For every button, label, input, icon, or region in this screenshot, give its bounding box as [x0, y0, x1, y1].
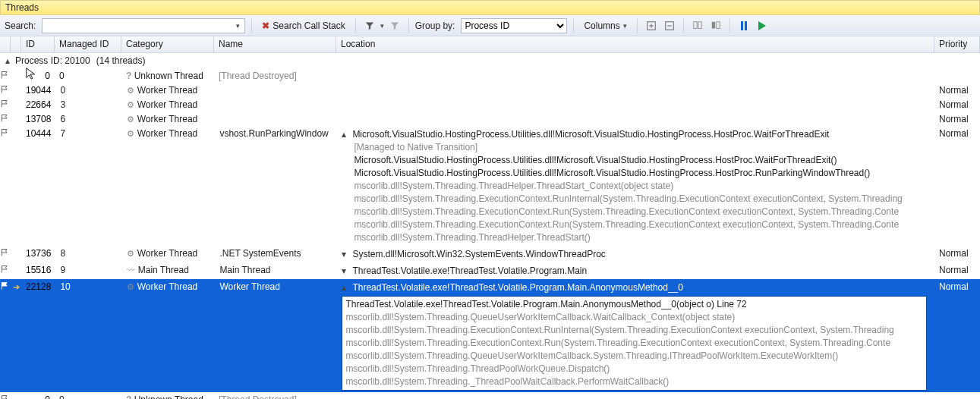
thread-category: ⚙ Worker Thread	[122, 127, 215, 140]
chevron-down-icon[interactable]: ▾	[342, 265, 351, 276]
chevron-up-icon[interactable]: ▴	[342, 129, 351, 140]
search-callstack-button[interactable]: ✖ Search Call Stack	[258, 17, 348, 34]
col-managed-id[interactable]: Managed ID	[55, 36, 121, 52]
managed-id: 3	[55, 98, 122, 112]
columns-button[interactable]: Columns▾	[580, 17, 630, 34]
flag-icon[interactable]	[0, 85, 11, 94]
thread-id: 15516	[21, 263, 55, 277]
thread-row[interactable]: 19044 0 ⚙ Worker Thread Normal	[0, 83, 980, 97]
stack-frame: mscorlib.dll!System.Threading.ExecutionC…	[354, 193, 930, 206]
filter-flagged-button[interactable]	[387, 18, 402, 33]
window-title: Threads	[0, 0, 980, 15]
thread-location	[336, 393, 934, 396]
stack-frame: mscorlib.dll!System.Threading.QueueUserW…	[345, 350, 923, 363]
current-thread-arrow-icon: ➔	[13, 282, 20, 291]
thread-location: ▾System.dll!Microsoft.Win32.SystemEvents…	[337, 247, 934, 262]
managed-id: 7	[55, 127, 122, 140]
expand-callstacks-button[interactable]	[644, 18, 659, 33]
col-current[interactable]	[11, 36, 21, 52]
filter-button[interactable]	[362, 18, 377, 33]
managed-id: 0	[55, 69, 121, 83]
stack-frame: mscorlib.dll!System.Threading.ExecutionC…	[345, 324, 923, 337]
search-dropdown-icon[interactable]: ▾	[232, 20, 243, 31]
flag-icon[interactable]	[0, 99, 11, 108]
thread-row[interactable]: 15516 9 〰 Main Thread Main Thread ▾Threa…	[0, 262, 980, 279]
col-flag[interactable]	[0, 36, 11, 52]
flag-icon[interactable]	[0, 265, 11, 274]
thread-location	[337, 112, 934, 115]
pause-icon	[741, 21, 747, 30]
thread-location	[337, 98, 934, 101]
svg-rect-4	[712, 21, 715, 28]
thread-id: 22128	[21, 280, 55, 294]
flag-button-1[interactable]	[690, 18, 705, 33]
thread-row[interactable]: 13708 6 ⚙ Worker Thread Normal	[0, 112, 980, 126]
stack-frame: mscorlib.dll!System.Threading.ThreadHelp…	[354, 180, 930, 193]
thread-name: Worker Thread	[215, 280, 337, 294]
col-location[interactable]: Location	[336, 36, 934, 52]
threads-grid[interactable]: ▴ Process ID: 20100 (14 threads) 0 0 ? U…	[0, 53, 980, 399]
thread-name	[215, 83, 337, 86]
chevron-up-icon[interactable]: ▴	[342, 282, 351, 293]
managed-id: 8	[55, 247, 122, 260]
stack-frame: mscorlib.dll!System.Threading.ExecutionC…	[354, 218, 930, 231]
col-category[interactable]: Category	[121, 36, 214, 52]
question-icon: ?	[126, 71, 131, 81]
thread-name	[215, 112, 337, 115]
thread-row[interactable]: ➔ 22128 10 ⚙ Worker Thread Worker Thread…	[0, 279, 980, 392]
thread-id: 10444	[21, 127, 55, 140]
toolbar: Search: ▾ ✖ Search Call Stack ▾ Group by…	[0, 15, 980, 36]
flag-icon[interactable]	[0, 394, 11, 399]
thread-id: 13736	[21, 247, 55, 260]
thread-category: ⚙ Worker Thread	[122, 280, 215, 294]
thread-priority: Normal	[934, 247, 980, 260]
svg-rect-2	[694, 21, 697, 28]
thread-row[interactable]: 10444 7 ⚙ Worker Thread vshost.RunParkin…	[0, 126, 980, 246]
search-input[interactable]: ▾	[42, 18, 245, 33]
groupby-select[interactable]: Process ID	[461, 18, 567, 33]
freeze-threads-button[interactable]	[736, 18, 752, 33]
thread-name: .NET SystemEvents	[215, 247, 337, 260]
group-row[interactable]: ▴ Process ID: 20100 (14 threads)	[0, 53, 980, 68]
gear-icon: ⚙	[127, 249, 134, 258]
expand-icon	[646, 20, 657, 31]
flag-icon[interactable]	[0, 281, 11, 291]
filter-dropdown-icon[interactable]: ▾	[380, 22, 384, 30]
flag-button-2[interactable]	[708, 18, 723, 33]
thread-name: [Thread Destroyed]	[214, 69, 336, 83]
flag-icon[interactable]	[0, 248, 11, 257]
thread-category: ⚙ Worker Thread	[122, 112, 215, 126]
col-name[interactable]: Name	[214, 36, 336, 52]
thread-location	[336, 69, 934, 72]
stack-frame: Microsoft.VisualStudio.HostingProcess.Ut…	[354, 154, 930, 167]
flag-pair-icon	[692, 20, 703, 31]
stack-frame: [Managed to Native Transition]	[354, 141, 930, 154]
column-header-row: ID Managed ID Category Name Location Pri…	[0, 36, 980, 53]
svg-rect-5	[717, 21, 720, 28]
play-icon	[758, 21, 766, 30]
thread-row[interactable]: 22664 3 ⚙ Worker Thread Normal	[0, 97, 980, 112]
managed-id: 6	[55, 112, 122, 126]
flag-icon[interactable]	[0, 114, 11, 123]
chevron-down-icon[interactable]: ▾	[342, 249, 351, 259]
thread-priority: Normal	[934, 112, 980, 126]
thread-priority	[934, 393, 980, 396]
col-id[interactable]: ID	[21, 36, 55, 52]
stack-frame: Microsoft.VisualStudio.HostingProcess.Ut…	[354, 167, 930, 180]
thread-category: ? Unknown Thread	[121, 69, 214, 83]
collapse-callstacks-button[interactable]	[662, 18, 677, 33]
thread-priority: Normal	[934, 263, 980, 277]
thread-row[interactable]: 13736 8 ⚙ Worker Thread .NET SystemEvent…	[0, 246, 980, 262]
flag-icon[interactable]	[0, 128, 11, 137]
thread-row[interactable]: 0 0 ? Unknown Thread [Thread Destroyed]	[0, 392, 980, 399]
funnel-flag-icon	[390, 21, 399, 30]
flag-icon[interactable]	[0, 71, 11, 80]
group-label: Process ID: 20100	[15, 55, 90, 66]
col-priority[interactable]: Priority	[934, 36, 980, 52]
stack-frame: ThreadTest.Volatile.exe!ThreadTest.Volat…	[345, 298, 923, 311]
thread-row[interactable]: 0 0 ? Unknown Thread [Thread Destroyed]	[0, 68, 980, 83]
thread-id: 0	[21, 69, 55, 83]
thread-name: Main Thread	[215, 263, 337, 277]
search-callstack-label: Search Call Stack	[273, 20, 345, 31]
thaw-threads-button[interactable]	[755, 18, 770, 33]
